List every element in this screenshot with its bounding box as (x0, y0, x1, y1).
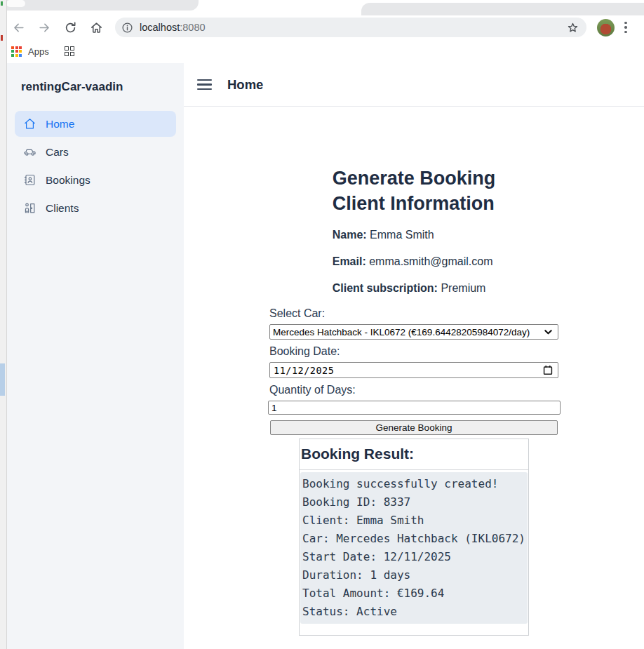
sidebar-item-cars[interactable]: Cars (15, 139, 176, 165)
result-line: Car: Mercedes Hatchback (IKL0672) (302, 530, 525, 548)
select-car-label: Select Car: (269, 307, 558, 320)
client-name-row: Name: Emma Smith (333, 227, 496, 243)
tab-strip (0, 0, 644, 15)
view-header: Home (184, 63, 644, 107)
app-page: rentingCar-vaadin Home Cars Bookings Cli… (7, 63, 644, 649)
client-information-heading: Client Information (333, 191, 496, 216)
menu-toggle-icon[interactable] (197, 79, 212, 91)
tiles-icon[interactable] (65, 46, 75, 57)
forward-icon[interactable] (38, 21, 51, 34)
sidebar-item-label: Bookings (46, 174, 90, 187)
profile-avatar[interactable] (597, 19, 615, 36)
home-icon[interactable] (90, 21, 103, 34)
edge-artifact-blue (0, 363, 5, 396)
view-title: Home (227, 77, 263, 93)
calendar-icon[interactable] (543, 365, 553, 375)
name-value: Emma Smith (370, 229, 434, 241)
client-email-row: Email: emma.smith@gmail.com (333, 254, 496, 269)
sidebar-item-label: Home (46, 118, 74, 131)
result-line: Client: Emma Smith (302, 511, 525, 530)
back-icon[interactable] (12, 21, 25, 34)
person-door-icon (23, 201, 36, 215)
address-book-icon (23, 173, 36, 187)
sidebar: rentingCar-vaadin Home Cars Bookings Cli… (7, 63, 184, 649)
url-host: localhost (140, 22, 180, 33)
tab-favicon-pill (6, 0, 25, 7)
booking-date-value: 11/12/2025 (274, 365, 334, 376)
home-icon (23, 117, 36, 131)
result-line: Total Amount: €169.64 (302, 584, 525, 603)
inactive-tab (361, 3, 644, 15)
url-text: localhost:8080 (140, 22, 206, 33)
booking-result-box: Booking Result: Booking successfully cre… (299, 439, 529, 636)
client-info-block: Generate Booking Client Information Name… (333, 166, 496, 296)
car-icon (23, 145, 36, 159)
browser-chrome: localhost:8080 Apps (0, 0, 644, 63)
generate-booking-button[interactable]: Generate Booking (270, 420, 558, 435)
browser-menu-icon[interactable] (624, 22, 627, 34)
booking-form: Select Car: Mercedes Hatchback - IKL0672… (269, 307, 558, 435)
bookmarks-bar: Apps (0, 39, 644, 63)
booking-result-text: Booking successfully created! Booking ID… (300, 472, 528, 624)
quantity-input[interactable] (268, 401, 561, 415)
apps-grid-icon[interactable] (11, 46, 22, 57)
sidebar-item-label: Clients (46, 202, 79, 215)
email-value: emma.smith@gmail.com (369, 255, 492, 267)
result-line: Booking successfully created! (302, 475, 525, 493)
name-label: Name: (333, 229, 367, 241)
screen: localhost:8080 Apps rentingCar-vaadin (0, 0, 644, 649)
apps-shortcut[interactable]: Apps (28, 46, 49, 57)
screen-edge-strip (0, 0, 7, 649)
sidebar-item-bookings[interactable]: Bookings (15, 167, 176, 193)
edge-artifact-green (1, 1, 3, 6)
car-select-wrap: Mercedes Hatchback - IKL0672 (€169.64428… (269, 324, 558, 340)
view-content: Generate Booking Client Information Name… (184, 107, 644, 649)
car-select[interactable]: Mercedes Hatchback - IKL0672 (€169.64428… (269, 324, 558, 340)
result-line: Start Date: 12/11/2025 (302, 548, 525, 566)
booking-result-heading: Booking Result: (300, 439, 528, 470)
subscription-value: Premium (441, 282, 485, 294)
result-line: Duration: 1 days (302, 566, 525, 584)
generate-booking-heading: Generate Booking (333, 166, 496, 191)
subscription-label: Client subscription: (333, 282, 438, 294)
browser-toolbar: localhost:8080 (0, 15, 644, 39)
result-line: Booking ID: 8337 (302, 493, 525, 511)
sidebar-item-label: Cars (46, 146, 69, 159)
booking-date-label: Booking Date: (269, 345, 558, 358)
bookmark-star-icon[interactable] (566, 21, 579, 34)
edge-artifact-red (1, 35, 3, 41)
quantity-label: Quantity of Days: (269, 384, 558, 396)
reload-icon[interactable] (64, 21, 77, 34)
sidebar-item-clients[interactable]: Clients (15, 195, 176, 221)
site-info-icon[interactable] (121, 22, 133, 34)
result-line: Status: Active (302, 603, 525, 621)
main-area: Home Generate Booking Client Information… (184, 63, 644, 649)
inactive-tab (7, 0, 199, 11)
app-title: rentingCar-vaadin (15, 72, 176, 111)
url-port: :8080 (180, 22, 205, 33)
address-bar[interactable]: localhost:8080 (115, 18, 586, 37)
email-label: Email: (333, 255, 366, 267)
sidebar-item-home[interactable]: Home (15, 111, 176, 137)
client-subscription-row: Client subscription: Premium (333, 281, 496, 296)
booking-date-input[interactable]: 11/12/2025 (269, 362, 558, 378)
